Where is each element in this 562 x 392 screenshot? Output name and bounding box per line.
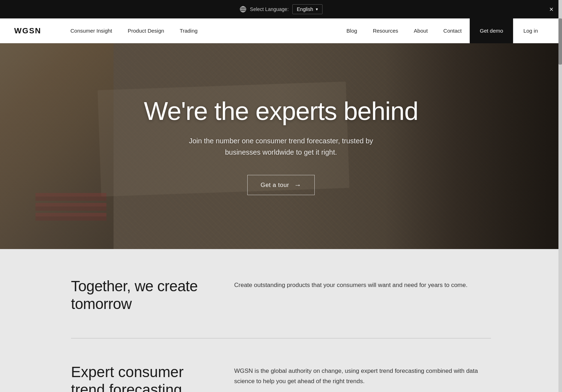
scrollbar-thumb[interactable]: [558, 18, 562, 65]
language-selector: Select Language: English ▾: [239, 4, 323, 14]
section1-right: Create outstanding products that your co…: [234, 277, 491, 291]
nav-consumer-insight[interactable]: Consumer Insight: [62, 18, 120, 43]
language-value: English: [297, 6, 313, 12]
section2-body1: WGSN is the global authority on change, …: [234, 366, 491, 387]
section1-left: Together, we create tomorrow: [71, 277, 206, 313]
nav-resources[interactable]: Resources: [365, 18, 406, 43]
chevron-down-icon: ▾: [316, 7, 318, 12]
section-divider: [71, 338, 491, 338]
section2-row: Expert consumer trend forecasting WGSN i…: [71, 363, 491, 392]
hero-section: We're the experts behind Join the number…: [0, 43, 562, 249]
nav-product-design[interactable]: Product Design: [120, 18, 172, 43]
get-a-tour-label: Get a tour: [260, 182, 289, 189]
nav-left-links: Consumer Insight Product Design Trading: [62, 18, 338, 43]
nav-right-links: Blog Resources About Contact Get demo Lo…: [339, 18, 548, 43]
hero-subtitle: Join the number one consumer trend forec…: [171, 135, 391, 158]
get-a-tour-button[interactable]: Get a tour →: [247, 175, 314, 195]
scrollbar-track[interactable]: [558, 0, 562, 392]
section2-heading: Expert consumer trend forecasting: [71, 363, 206, 392]
nav-about[interactable]: About: [406, 18, 435, 43]
top-bar: Select Language: English ▾ ×: [0, 0, 562, 18]
nav-blog[interactable]: Blog: [339, 18, 365, 43]
language-dropdown[interactable]: English ▾: [292, 4, 323, 14]
get-demo-button[interactable]: Get demo: [469, 18, 513, 43]
section1-heading: Together, we create tomorrow: [71, 277, 206, 313]
globe-icon: [239, 6, 247, 13]
section2-right: WGSN is the global authority on change, …: [234, 363, 491, 392]
close-topbar-button[interactable]: ×: [549, 5, 553, 13]
main-nav: WGSN Consumer Insight Product Design Tra…: [0, 18, 562, 43]
nav-contact[interactable]: Contact: [436, 18, 470, 43]
section1-body: Create outstanding products that your co…: [234, 280, 491, 291]
login-button[interactable]: Log in: [513, 18, 548, 43]
arrow-right-icon: →: [294, 181, 302, 189]
nav-trading[interactable]: Trading: [172, 18, 205, 43]
select-language-label: Select Language:: [250, 6, 289, 12]
section1-row: Together, we create tomorrow Create outs…: [71, 277, 491, 313]
section2-left: Expert consumer trend forecasting: [71, 363, 206, 392]
page-wrapper: Select Language: English ▾ × WGSN Consum…: [0, 0, 562, 392]
content-section: Together, we create tomorrow Create outs…: [0, 249, 562, 392]
hero-content: We're the experts behind Join the number…: [0, 43, 562, 249]
logo[interactable]: WGSN: [14, 26, 41, 35]
hero-title: We're the experts behind: [144, 97, 418, 125]
